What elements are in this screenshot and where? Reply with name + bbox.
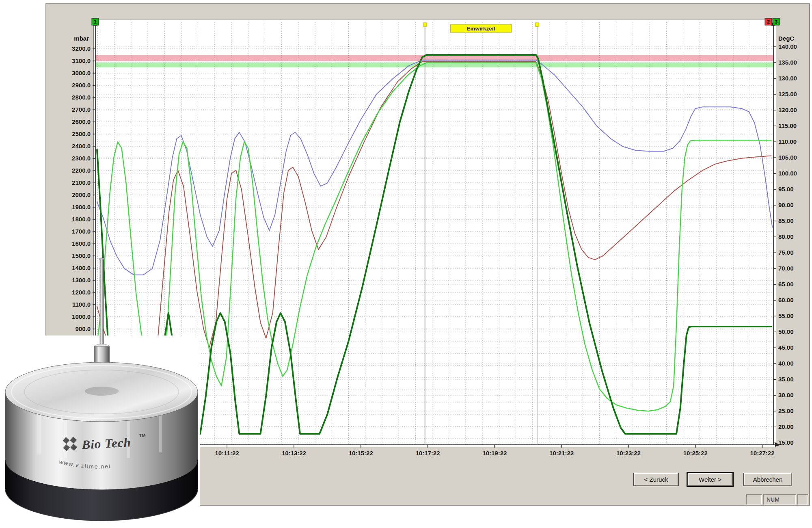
statusbar-cell — [746, 494, 762, 504]
next-button[interactable]: Weiter > — [687, 473, 733, 486]
statusbar-num-indicator: NUM — [763, 494, 796, 504]
brand-tm: TM — [139, 433, 145, 438]
brand-text: Bio Tech — [81, 435, 132, 452]
device-photo: Bio Tech TM www.v.zfime.net — [0, 257, 200, 528]
screen: 3200.03100.03000.02900.02800.02700.02600… — [0, 0, 812, 528]
back-button[interactable]: < Zurück — [633, 473, 679, 486]
data-logger-device: Bio Tech TM www.v.zfime.net — [0, 257, 200, 528]
cancel-button[interactable]: Abbrechen — [743, 473, 792, 486]
statusbar-corner — [797, 494, 808, 504]
